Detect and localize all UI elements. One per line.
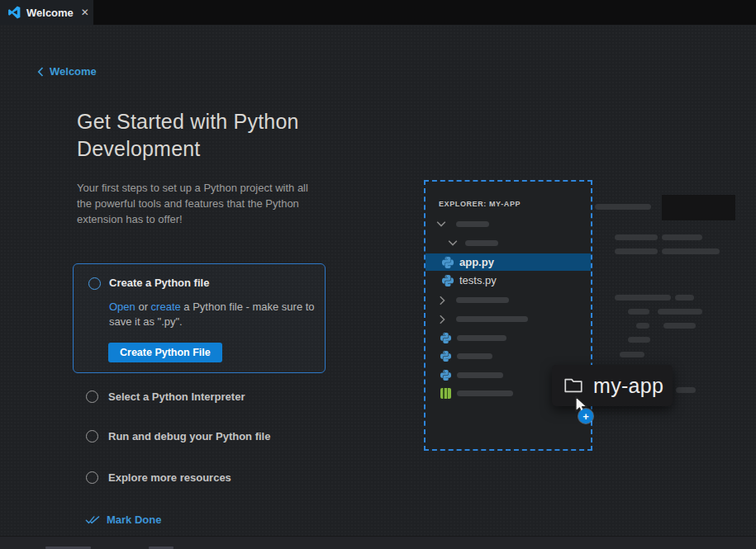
chevron-down-icon	[436, 220, 446, 228]
explorer-illustration: EXPLORER: MY-APP app.py tests.py	[424, 180, 592, 451]
breadcrumb-back[interactable]: Welcome	[37, 65, 97, 78]
tree-placeholder-bar	[456, 297, 509, 303]
walkthrough-page: Welcome Get Started with Python Developm…	[0, 25, 756, 549]
step-radio[interactable]	[86, 471, 98, 484]
create-link[interactable]: create	[151, 301, 181, 313]
tab-bar: Welcome ✕	[0, 0, 756, 25]
skeleton-bar	[658, 309, 702, 315]
create-python-file-button[interactable]: Create Python File	[108, 343, 222, 362]
tab-label: Welcome	[26, 7, 74, 19]
skeleton-bar	[675, 295, 694, 301]
mark-done-button[interactable]: Mark Done	[85, 514, 161, 526]
tree-placeholder-bar	[457, 353, 492, 359]
file-row-tests-py: tests.py	[442, 274, 497, 286]
step-select-interpreter[interactable]: Select a Python Interpreter	[86, 390, 245, 403]
plus-icon: +	[582, 411, 589, 422]
file-row-app-py: app.py	[442, 256, 494, 268]
python-file-icon	[440, 351, 451, 362]
tab-welcome[interactable]: Welcome ✕	[0, 0, 93, 25]
file-name: app.py	[459, 256, 494, 268]
skeleton-bar	[662, 234, 702, 240]
drag-add-badge: +	[578, 409, 593, 424]
green-file-icon	[440, 388, 451, 399]
step-radio[interactable]	[88, 277, 101, 290]
chevron-right-icon	[439, 315, 446, 324]
python-file-icon	[442, 257, 454, 268]
drag-tooltip: my-app	[552, 365, 673, 406]
step-label: Explore more resources	[108, 471, 231, 484]
skeleton-block	[662, 195, 735, 220]
skeleton-bar	[595, 204, 651, 210]
vscode-window: Welcome ✕ Welcome Get Started with Pytho…	[0, 0, 756, 549]
tree-placeholder-bar	[456, 316, 528, 322]
step-label: Run and debug your Python file	[108, 430, 270, 443]
skeleton-bar	[676, 387, 696, 393]
skeleton-bar	[628, 337, 650, 343]
skeleton-bar	[615, 295, 671, 301]
skeleton-bar	[615, 234, 658, 240]
file-name: tests.py	[459, 274, 497, 286]
python-file-icon	[440, 333, 451, 343]
breadcrumb-label: Welcome	[50, 65, 97, 78]
skeleton-bar	[628, 309, 649, 315]
step-radio[interactable]	[86, 390, 98, 403]
step-description-text: or	[136, 301, 151, 313]
skeleton-bar	[620, 352, 644, 357]
tree-placeholder-bar	[465, 240, 498, 246]
step-label: Select a Python Interpreter	[108, 390, 245, 403]
python-file-icon	[442, 275, 454, 286]
drag-tooltip-label: my-app	[593, 374, 663, 398]
skeleton-bar	[636, 323, 649, 329]
chevron-down-icon	[448, 239, 458, 247]
step-radio[interactable]	[86, 430, 98, 443]
step-title: Create a Python file	[109, 277, 209, 289]
open-link[interactable]: Open	[109, 301, 136, 313]
step-explore-resources[interactable]: Explore more resources	[86, 471, 231, 484]
mark-done-label: Mark Done	[107, 514, 161, 526]
tree-placeholder-bar	[457, 335, 506, 341]
step-create-python-file[interactable]: Create a Python file Open or create a Py…	[73, 263, 326, 373]
page-intro: Your first steps to set up a Python proj…	[77, 180, 325, 228]
double-check-icon	[85, 514, 100, 525]
chevron-left-icon	[37, 67, 44, 77]
step-description: Open or create a Python file - make sure…	[109, 300, 317, 330]
skeleton-bar	[615, 248, 658, 254]
tree-placeholder-bar	[457, 372, 503, 378]
chevron-right-icon	[439, 296, 446, 305]
tree-placeholder-bar	[457, 390, 513, 396]
python-file-icon	[440, 370, 451, 381]
explorer-header: EXPLORER: MY-APP	[439, 200, 521, 208]
bottom-strip	[0, 536, 756, 549]
page-title: Get Started with Python Development	[77, 108, 341, 163]
skeleton-bar	[662, 248, 720, 254]
folder-icon	[563, 375, 584, 396]
tab-close-icon[interactable]: ✕	[79, 6, 91, 19]
skeleton-bar	[663, 323, 696, 329]
step-run-debug[interactable]: Run and debug your Python file	[86, 430, 270, 443]
tree-placeholder-bar	[456, 221, 489, 227]
vscode-logo-icon	[7, 6, 21, 19]
